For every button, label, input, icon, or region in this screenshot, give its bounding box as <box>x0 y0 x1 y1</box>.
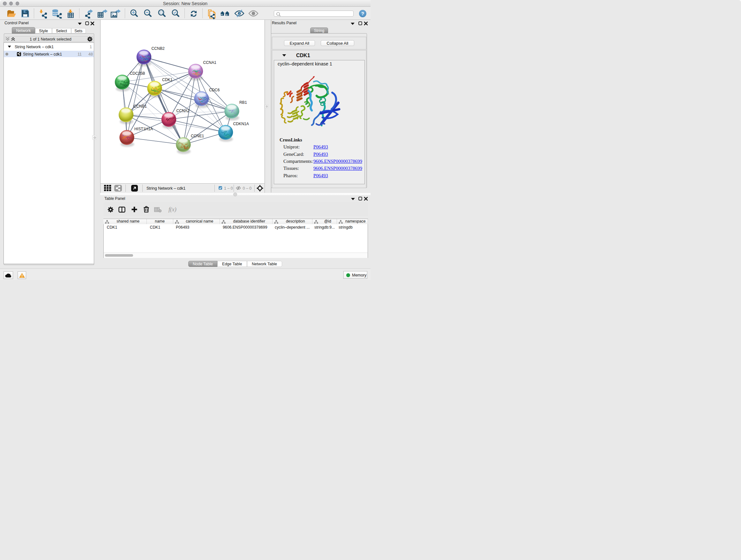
svg-text:CCNB2: CCNB2 <box>151 46 165 51</box>
svg-text:CCNB1: CCNB1 <box>134 104 147 109</box>
svg-text:CCNE1: CCNE1 <box>191 134 204 138</box>
svg-text:CCNA1: CCNA1 <box>203 60 217 65</box>
svg-text:HIST1H1A: HIST1H1A <box>134 127 153 131</box>
svg-text:RB1: RB1 <box>239 100 247 105</box>
svg-text:CCNA2: CCNA2 <box>177 109 190 113</box>
svg-text:CDC25B: CDC25B <box>130 71 145 76</box>
svg-text:CDKN1A: CDKN1A <box>233 122 249 126</box>
svg-text:CDK1: CDK1 <box>162 78 173 82</box>
svg-text:CDC6: CDC6 <box>209 88 219 92</box>
